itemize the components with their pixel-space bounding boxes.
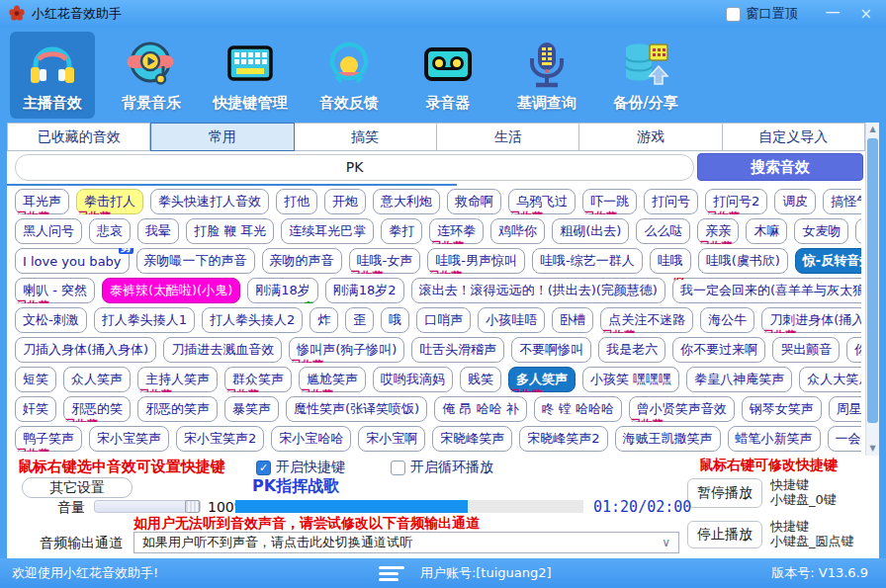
sound-button[interactable]: 打脸 鞭 耳光 bbox=[186, 218, 274, 244]
sound-button[interactable]: 拳皇八神庵笑声 bbox=[686, 367, 792, 392]
tab-game[interactable]: 游戏 bbox=[579, 123, 722, 151]
sound-button[interactable]: 钢琴女笑声 bbox=[742, 396, 822, 422]
scrollbar[interactable]: ▲ ▼ bbox=[865, 123, 879, 456]
sound-button[interactable]: 咚 镗 哈哈哈 bbox=[534, 396, 622, 422]
sound-button[interactable]: 暴笑声 bbox=[224, 396, 279, 422]
sound-button[interactable]: 刀插入身体(捅入身体) bbox=[15, 337, 156, 363]
sound-button[interactable]: 木嘛 bbox=[746, 218, 787, 244]
sound-button[interactable]: 耳光声已收藏 bbox=[15, 189, 69, 214]
sound-button[interactable]: 女麦骚 bbox=[855, 218, 861, 244]
sound-button[interactable]: 短笑 bbox=[15, 367, 56, 392]
sound-button[interactable]: 哇哦-综艺一群人 bbox=[532, 248, 643, 274]
sound-button[interactable]: 连环拳已收藏 bbox=[429, 218, 484, 244]
sound-button[interactable]: 口哨声 bbox=[416, 307, 471, 333]
sound-button[interactable]: 宋晓峰笑声2 bbox=[519, 426, 607, 452]
sound-button[interactable]: 连续耳光巴掌 bbox=[281, 218, 374, 244]
sound-button[interactable]: 打问号 bbox=[644, 189, 698, 214]
sound-button[interactable]: 邪恶的笑声 bbox=[137, 396, 218, 422]
sound-button[interactable]: 哇哦-男声惊叫已收藏 bbox=[427, 248, 525, 274]
tab-funny[interactable]: 搞笑 bbox=[295, 123, 437, 151]
sound-button[interactable]: 搞怪气氛 bbox=[823, 189, 861, 214]
toolbar-item-backup-share[interactable]: 备份/分享 bbox=[603, 32, 688, 119]
sound-button[interactable]: 刚满18岁音 bbox=[247, 278, 318, 303]
sound-button[interactable]: 意大利炮 bbox=[373, 189, 440, 214]
sound-button[interactable]: 海贼王凯撒笑声 bbox=[615, 426, 721, 452]
sound-button[interactable]: 鸡哔你 bbox=[490, 218, 545, 244]
sound-button[interactable]: 宋小宝啊 bbox=[358, 426, 425, 452]
tab-common[interactable]: 常用 bbox=[150, 123, 294, 151]
sound-button[interactable]: 你别笑 bbox=[846, 337, 861, 363]
sound-button[interactable]: 开炮 bbox=[324, 189, 366, 214]
sound-button[interactable]: 粗砌(出去) bbox=[552, 218, 629, 244]
tab-life[interactable]: 生活 bbox=[437, 123, 579, 151]
sound-button[interactable]: 悲哀 bbox=[89, 218, 131, 244]
sound-button[interactable]: 哇哦(虞书欣) bbox=[698, 248, 788, 274]
sound-button[interactable]: 宋小宝笑声2 bbox=[176, 426, 264, 452]
stop-button[interactable]: 停止播放 bbox=[687, 521, 762, 548]
toolbar-item-hotkey-manager[interactable]: 快捷键管理 bbox=[208, 32, 293, 119]
search-input[interactable] bbox=[15, 154, 694, 181]
sound-button[interactable]: 多人笑声已收藏 bbox=[508, 367, 576, 392]
toolbar-item-pitch-query[interactable]: 基调查询 bbox=[504, 32, 589, 119]
sound-button[interactable]: 小孩笑 嘿嘿嘿 bbox=[582, 367, 679, 392]
sound-button[interactable]: 吓一跳已收藏 bbox=[582, 189, 637, 214]
playback-progress-bar[interactable] bbox=[235, 500, 583, 513]
sound-button[interactable]: 滚出去！滚得远远的！(拱出去)(完颜慧德) bbox=[411, 278, 665, 303]
search-button[interactable]: 搜索音效 bbox=[697, 153, 863, 181]
close-button[interactable]: × bbox=[859, 5, 872, 23]
sound-button[interactable]: 拳打 bbox=[381, 218, 422, 244]
sound-button[interactable]: 一会滴 哈哈哈 bbox=[828, 426, 861, 452]
sound-button[interactable]: 打人拳头揍人2 bbox=[202, 307, 303, 333]
toolbar-item-recorder[interactable]: 录音器 bbox=[405, 32, 490, 119]
sound-button[interactable]: 惨叫声(狗子惨叫)已收藏 bbox=[289, 337, 404, 363]
toolbar-item-sound-feedback[interactable]: 音效反馈 bbox=[307, 32, 392, 119]
sound-button[interactable]: 哭出颤音 bbox=[772, 337, 840, 363]
sound-button[interactable]: 我是老六 bbox=[598, 337, 665, 363]
sound-button[interactable]: 我一定会回来的(喜羊羊与灰太狼)满 bbox=[672, 278, 861, 303]
sound-button[interactable]: 宋小宝笑声 bbox=[89, 426, 169, 452]
sound-button[interactable]: 亲吻嘬一下的声音 bbox=[136, 248, 255, 274]
tab-favorites[interactable]: 已收藏的音效 bbox=[7, 123, 150, 151]
sound-button[interactable]: 鸭子笑声已收藏 bbox=[15, 426, 82, 452]
checkbox-checked-icon[interactable]: ✓ bbox=[256, 461, 271, 475]
sound-button[interactable]: 我晕 bbox=[137, 218, 179, 244]
sound-button[interactable]: 点关注不迷路已收藏 bbox=[600, 307, 693, 333]
sound-button[interactable]: 歪 bbox=[345, 307, 374, 333]
scroll-down-icon[interactable]: ▼ bbox=[866, 442, 879, 456]
sound-button[interactable]: 么么哒 bbox=[636, 218, 690, 244]
sound-button[interactable]: 主持人笑声已收藏 bbox=[137, 367, 218, 392]
minimize-button[interactable]: — bbox=[825, 3, 840, 21]
sound-button[interactable]: 你不要过来啊 bbox=[672, 337, 765, 363]
sound-button[interactable]: 小孩哇唔 bbox=[478, 307, 545, 333]
sound-button[interactable]: 众人笑声 bbox=[63, 367, 131, 392]
sound-button[interactable]: 黑人问号 bbox=[15, 218, 82, 244]
sound-button[interactable]: I love you baby剪 bbox=[15, 248, 130, 274]
scrollbar-thumb[interactable] bbox=[867, 138, 878, 423]
sound-button[interactable]: 众人大笑后鼓掌 bbox=[799, 367, 861, 392]
pin-window-checkbox[interactable]: 窗口置顶 bbox=[726, 5, 797, 23]
loop-playback-checkbox[interactable]: 开启循环播放 bbox=[391, 459, 493, 476]
sound-button[interactable]: 邪恶的笑已收藏 bbox=[63, 396, 131, 422]
sound-button[interactable]: 周星驰笑 bbox=[829, 396, 861, 422]
sound-button[interactable]: 不要啊惨叫 bbox=[511, 337, 591, 363]
sound-button[interactable]: 泰裤辣(太酷啦)(小鬼) bbox=[102, 278, 240, 303]
sound-button[interactable]: 女麦吻 bbox=[794, 218, 848, 244]
sound-button[interactable]: 哎哟我滴妈 bbox=[373, 367, 453, 392]
sound-button[interactable]: 打问号2已收藏 bbox=[705, 189, 767, 214]
sound-button[interactable]: 宋小宝哈哈 bbox=[271, 426, 351, 452]
sound-button[interactable]: 蜡笔小新笑声 bbox=[728, 426, 821, 452]
sound-button[interactable]: 刀刺进身体(捅入身体)已收藏 bbox=[761, 307, 861, 333]
sound-button[interactable]: 刚满18岁2 bbox=[325, 278, 404, 303]
sound-button[interactable]: 文松-刺激 bbox=[15, 307, 87, 333]
pause-button[interactable]: 暂停播放 bbox=[687, 478, 762, 508]
sound-button[interactable]: 刀插进去溅血音效 bbox=[163, 337, 282, 363]
scroll-up-icon[interactable]: ▲ bbox=[866, 123, 879, 136]
sound-button[interactable]: 俺 昂 哈哈 补 bbox=[434, 396, 526, 422]
sound-button[interactable]: 打人拳头揍人1 bbox=[94, 307, 195, 333]
toolbar-item-background-music[interactable]: 背景音乐 bbox=[109, 32, 194, 119]
checkbox-unchecked-icon[interactable] bbox=[391, 461, 405, 475]
sound-button[interactable]: 拳头快速打人音效 bbox=[150, 189, 269, 214]
sound-button[interactable]: 惊-反转音效 bbox=[795, 248, 861, 274]
sound-button[interactable]: 海公牛 bbox=[700, 307, 754, 333]
volume-slider-handle[interactable] bbox=[185, 500, 200, 513]
